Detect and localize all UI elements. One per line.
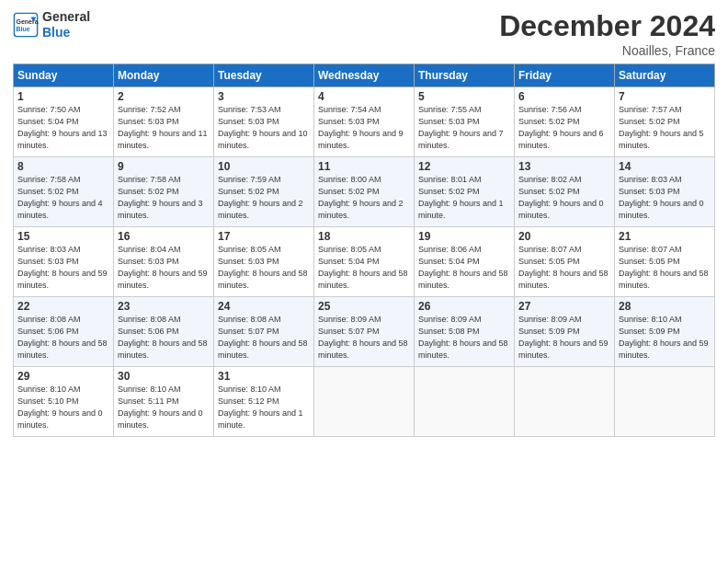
calendar-cell: 10Sunrise: 7:59 AMSunset: 5:02 PMDayligh… [214, 157, 314, 227]
calendar-cell: 15Sunrise: 8:03 AMSunset: 5:03 PMDayligh… [14, 227, 114, 297]
day-details: Sunrise: 8:03 AMSunset: 5:03 PMDaylight:… [619, 174, 711, 222]
calendar-cell [515, 367, 615, 437]
calendar-cell: 23Sunrise: 8:08 AMSunset: 5:06 PMDayligh… [114, 297, 214, 367]
calendar-cell: 19Sunrise: 8:06 AMSunset: 5:04 PMDayligh… [415, 227, 515, 297]
calendar-cell: 21Sunrise: 8:07 AMSunset: 5:05 PMDayligh… [615, 227, 715, 297]
calendar-container: General Blue General Blue December 2024 … [0, 0, 728, 444]
day-details: Sunrise: 8:08 AMSunset: 5:06 PMDaylight:… [17, 314, 109, 362]
svg-text:Blue: Blue [17, 26, 30, 32]
day-number: 19 [418, 230, 510, 243]
day-details: Sunrise: 7:59 AMSunset: 5:02 PMDaylight:… [218, 174, 310, 222]
calendar-cell: 11Sunrise: 8:00 AMSunset: 5:02 PMDayligh… [314, 157, 415, 227]
day-details: Sunrise: 8:06 AMSunset: 5:04 PMDaylight:… [418, 244, 510, 292]
day-number: 14 [619, 160, 711, 173]
logo-line1: General [42, 9, 90, 25]
calendar-cell: 18Sunrise: 8:05 AMSunset: 5:04 PMDayligh… [314, 227, 415, 297]
day-number: 22 [17, 300, 109, 313]
day-number: 17 [218, 230, 310, 243]
header-thursday: Thursday [415, 64, 515, 87]
calendar-week-row: 29Sunrise: 8:10 AMSunset: 5:10 PMDayligh… [14, 367, 715, 437]
day-details: Sunrise: 8:09 AMSunset: 5:09 PMDaylight:… [518, 314, 610, 362]
calendar-cell: 25Sunrise: 8:09 AMSunset: 5:07 PMDayligh… [314, 297, 415, 367]
day-number: 15 [17, 230, 109, 243]
day-details: Sunrise: 8:10 AMSunset: 5:09 PMDaylight:… [619, 314, 711, 362]
header-tuesday: Tuesday [214, 64, 314, 87]
day-details: Sunrise: 7:52 AMSunset: 5:03 PMDaylight:… [118, 104, 210, 152]
calendar-cell [415, 367, 515, 437]
day-details: Sunrise: 8:10 AMSunset: 5:12 PMDaylight:… [218, 384, 310, 431]
svg-text:General: General [17, 17, 40, 24]
calendar-cell: 28Sunrise: 8:10 AMSunset: 5:09 PMDayligh… [615, 297, 715, 367]
day-number: 31 [218, 370, 310, 383]
day-number: 4 [318, 90, 410, 103]
day-number: 25 [318, 300, 410, 313]
calendar-cell: 9Sunrise: 7:58 AMSunset: 5:02 PMDaylight… [114, 157, 214, 227]
calendar-cell: 3Sunrise: 7:53 AMSunset: 5:03 PMDaylight… [214, 87, 314, 157]
day-header-row: Sunday Monday Tuesday Wednesday Thursday… [14, 64, 715, 87]
day-number: 9 [118, 160, 210, 173]
calendar-cell: 6Sunrise: 7:56 AMSunset: 5:02 PMDaylight… [515, 87, 615, 157]
calendar-cell: 22Sunrise: 8:08 AMSunset: 5:06 PMDayligh… [14, 297, 114, 367]
day-number: 6 [518, 90, 610, 103]
day-number: 26 [418, 300, 510, 313]
day-number: 30 [118, 370, 210, 383]
day-details: Sunrise: 8:07 AMSunset: 5:05 PMDaylight:… [619, 244, 711, 292]
day-details: Sunrise: 8:09 AMSunset: 5:07 PMDaylight:… [318, 314, 410, 362]
logo-line2: Blue [42, 25, 90, 40]
calendar-cell: 5Sunrise: 7:55 AMSunset: 5:03 PMDaylight… [415, 87, 515, 157]
calendar-week-row: 8Sunrise: 7:58 AMSunset: 5:02 PMDaylight… [14, 157, 715, 227]
day-number: 23 [118, 300, 210, 313]
day-details: Sunrise: 8:05 AMSunset: 5:03 PMDaylight:… [218, 244, 310, 292]
calendar-week-row: 15Sunrise: 8:03 AMSunset: 5:03 PMDayligh… [14, 227, 715, 297]
calendar-week-row: 22Sunrise: 8:08 AMSunset: 5:06 PMDayligh… [14, 297, 715, 367]
header-friday: Friday [515, 64, 615, 87]
day-number: 29 [17, 370, 109, 383]
header-row: General Blue General Blue December 2024 … [13, 9, 715, 58]
day-details: Sunrise: 7:58 AMSunset: 5:02 PMDaylight:… [118, 174, 210, 222]
calendar-cell: 26Sunrise: 8:09 AMSunset: 5:08 PMDayligh… [415, 297, 515, 367]
day-details: Sunrise: 8:09 AMSunset: 5:08 PMDaylight:… [418, 314, 510, 362]
header-saturday: Saturday [615, 64, 715, 87]
day-details: Sunrise: 8:10 AMSunset: 5:10 PMDaylight:… [17, 384, 109, 431]
day-number: 20 [518, 230, 610, 243]
day-number: 3 [218, 90, 310, 103]
calendar-cell: 31Sunrise: 8:10 AMSunset: 5:12 PMDayligh… [214, 367, 314, 437]
header-sunday: Sunday [14, 64, 114, 87]
header-wednesday: Wednesday [314, 64, 415, 87]
day-details: Sunrise: 8:08 AMSunset: 5:07 PMDaylight:… [218, 314, 310, 362]
day-number: 24 [218, 300, 310, 313]
calendar-cell: 8Sunrise: 7:58 AMSunset: 5:02 PMDaylight… [14, 157, 114, 227]
day-details: Sunrise: 7:53 AMSunset: 5:03 PMDaylight:… [218, 104, 310, 152]
day-details: Sunrise: 8:02 AMSunset: 5:02 PMDaylight:… [518, 174, 610, 222]
calendar-week-row: 1Sunrise: 7:50 AMSunset: 5:04 PMDaylight… [14, 87, 715, 157]
day-details: Sunrise: 8:00 AMSunset: 5:02 PMDaylight:… [318, 174, 410, 222]
logo-icon: General Blue [13, 12, 39, 38]
calendar-cell: 14Sunrise: 8:03 AMSunset: 5:03 PMDayligh… [615, 157, 715, 227]
day-number: 10 [218, 160, 310, 173]
day-number: 11 [318, 160, 410, 173]
day-details: Sunrise: 7:55 AMSunset: 5:03 PMDaylight:… [418, 104, 510, 152]
day-number: 18 [318, 230, 410, 243]
day-details: Sunrise: 8:04 AMSunset: 5:03 PMDaylight:… [118, 244, 210, 292]
day-number: 7 [619, 90, 711, 103]
day-details: Sunrise: 8:10 AMSunset: 5:11 PMDaylight:… [118, 384, 210, 431]
calendar-cell: 13Sunrise: 8:02 AMSunset: 5:02 PMDayligh… [515, 157, 615, 227]
title-block: December 2024 Noailles, France [499, 9, 715, 58]
day-details: Sunrise: 7:57 AMSunset: 5:02 PMDaylight:… [619, 104, 711, 152]
day-number: 28 [619, 300, 711, 313]
calendar-cell: 1Sunrise: 7:50 AMSunset: 5:04 PMDaylight… [14, 87, 114, 157]
calendar-cell: 30Sunrise: 8:10 AMSunset: 5:11 PMDayligh… [114, 367, 214, 437]
calendar-cell [314, 367, 415, 437]
day-number: 12 [418, 160, 510, 173]
day-details: Sunrise: 8:05 AMSunset: 5:04 PMDaylight:… [318, 244, 410, 292]
calendar-cell: 2Sunrise: 7:52 AMSunset: 5:03 PMDaylight… [114, 87, 214, 157]
day-details: Sunrise: 8:01 AMSunset: 5:02 PMDaylight:… [418, 174, 510, 222]
svg-rect-0 [14, 13, 37, 36]
header-monday: Monday [114, 64, 214, 87]
day-details: Sunrise: 7:58 AMSunset: 5:02 PMDaylight:… [17, 174, 109, 222]
calendar-table: Sunday Monday Tuesday Wednesday Thursday… [13, 63, 715, 437]
day-number: 16 [118, 230, 210, 243]
day-details: Sunrise: 8:08 AMSunset: 5:06 PMDaylight:… [118, 314, 210, 362]
logo: General Blue General Blue [13, 9, 90, 40]
day-number: 5 [418, 90, 510, 103]
